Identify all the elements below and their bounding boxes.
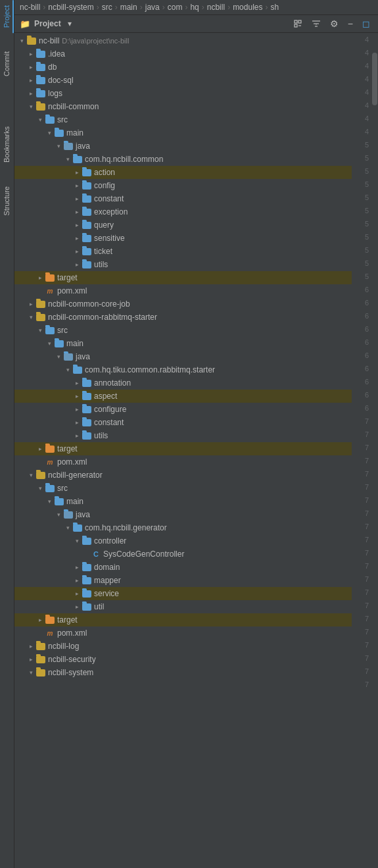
tree-arrow[interactable] — [63, 523, 72, 532]
tree-arrow[interactable] — [54, 141, 63, 151]
tree-arrow[interactable] — [26, 49, 35, 59]
breadcrumb-item[interactable]: ncbill-system — [48, 3, 93, 12]
scrollbar-track[interactable] — [371, 33, 378, 868]
tree-arrow[interactable] — [26, 471, 35, 480]
vtab-structure[interactable]: Structure — [1, 181, 14, 221]
tree-item-service[interactable]: service — [14, 587, 352, 600]
tree-item-ncbill-generator[interactable]: ncbill-generator — [14, 469, 352, 482]
tree-item-mapper[interactable]: mapper — [14, 574, 352, 587]
tree-arrow[interactable] — [17, 36, 26, 45]
tree-arrow[interactable] — [72, 181, 82, 190]
tree-arrow[interactable] — [72, 536, 82, 546]
tree-arrow[interactable] — [26, 63, 35, 72]
breadcrumb-item[interactable]: sh — [270, 3, 279, 12]
tree-arrow[interactable] — [72, 234, 82, 243]
tree-item-ncbill-common-rabbitmq-starter[interactable]: ncbill-common-rabbitmq-starter — [14, 311, 352, 324]
breadcrumb-item[interactable]: nc-bill — [20, 3, 40, 12]
tree-arrow[interactable] — [26, 89, 35, 98]
tree-item-query[interactable]: query — [14, 218, 352, 232]
breadcrumb-item[interactable]: com — [168, 3, 183, 12]
tree-item-doc-sql[interactable]: doc-sql — [14, 74, 352, 87]
vtab-bookmarks[interactable]: Bookmarks — [1, 121, 14, 168]
tree-item-utils-2[interactable]: utils — [14, 429, 352, 442]
tree-item-domain[interactable]: domain — [14, 561, 352, 574]
tree-item-controller[interactable]: controller — [14, 534, 352, 548]
tree-item-pom-2[interactable]: m pom.xml — [14, 455, 352, 469]
tree-arrow[interactable] — [72, 260, 82, 269]
tree-arrow[interactable] — [35, 115, 45, 124]
tree-arrow[interactable] — [72, 563, 82, 572]
tree-item-action[interactable]: action — [14, 166, 352, 179]
tree-item-main-3[interactable]: main — [14, 495, 352, 508]
tree-item-java-1[interactable]: java — [14, 140, 352, 153]
tree-item-java-2[interactable]: java — [14, 350, 352, 363]
tree-item-com-hq-ncbill-generator[interactable]: com.hq.ncbill.generator — [14, 521, 352, 534]
settings-button[interactable]: ⚙ — [327, 17, 341, 30]
tree-arrow[interactable] — [45, 497, 54, 506]
tree-item-exception[interactable]: exception — [14, 205, 352, 218]
tree-item-nc-bill[interactable]: nc-bill D:\java\project\nc-bill — [14, 34, 352, 47]
tree-item-java-3[interactable]: java — [14, 508, 352, 521]
breadcrumb-item[interactable]: src — [102, 3, 112, 12]
tree-arrow[interactable] — [26, 642, 35, 651]
tree-arrow[interactable] — [35, 273, 45, 282]
tree-arrow[interactable] — [26, 655, 35, 664]
tree-arrow[interactable] — [26, 668, 35, 677]
tree-item-pom-1[interactable]: m pom.xml — [14, 284, 352, 297]
tree-arrow[interactable] — [45, 128, 54, 138]
expand-button[interactable]: ◻ — [360, 17, 373, 30]
tree-arrow[interactable] — [26, 76, 35, 85]
tree-item-logs[interactable]: logs — [14, 87, 352, 100]
tree-item-db[interactable]: db — [14, 61, 352, 74]
tree-item-constant-2[interactable]: constant — [14, 416, 352, 429]
tree-arrow[interactable] — [63, 365, 72, 374]
tree-arrow[interactable] — [72, 378, 82, 388]
tree-arrow[interactable] — [72, 220, 82, 230]
minimize-button[interactable]: − — [345, 17, 356, 30]
tree-arrow[interactable] — [63, 155, 72, 164]
tree-item-annotation[interactable]: annotation — [14, 376, 352, 390]
tree-arrow[interactable] — [54, 510, 63, 519]
tree-arrow[interactable] — [72, 589, 82, 598]
tree-item-idea[interactable]: .idea — [14, 47, 352, 61]
tree-item-ncbill-common-core-job[interactable]: ncbill-common-core-job — [14, 297, 352, 311]
vtab-project[interactable]: Project — [1, 0, 14, 33]
tree-arrow[interactable] — [72, 431, 82, 440]
breadcrumb-item[interactable]: ncbill — [207, 3, 225, 12]
scrollbar-thumb[interactable] — [372, 53, 377, 105]
tree-arrow[interactable] — [35, 326, 45, 335]
tree-item-ticket[interactable]: ticket — [14, 245, 352, 258]
tree-arrow[interactable] — [72, 405, 82, 414]
tree-item-ncbill-common[interactable]: ncbill-common — [14, 100, 352, 113]
tree-arrow[interactable] — [72, 602, 82, 611]
tree-arrow[interactable] — [26, 102, 35, 111]
breadcrumb-item[interactable]: hq — [190, 3, 199, 12]
tree-arrow[interactable] — [26, 313, 35, 322]
tree-item-sys-code-gen-controller[interactable]: C SysCodeGenController — [14, 548, 352, 561]
tree-item-configure[interactable]: configure — [14, 403, 352, 416]
collapse-all-button[interactable] — [291, 18, 305, 30]
tree-arrow[interactable] — [72, 392, 82, 401]
tree-arrow[interactable] — [72, 207, 82, 217]
tree-arrow[interactable] — [72, 576, 82, 585]
tree-arrow[interactable] — [54, 352, 63, 361]
filter-button[interactable] — [309, 18, 323, 30]
tree-arrow[interactable] — [72, 194, 82, 203]
tree-item-main-2[interactable]: main — [14, 337, 352, 350]
breadcrumb-item[interactable]: main — [120, 3, 137, 12]
tree-item-sensitive[interactable]: sensitive — [14, 232, 352, 245]
tree-item-src-1[interactable]: src — [14, 113, 352, 126]
tree-item-aspect[interactable]: aspect — [14, 390, 352, 403]
tree-arrow[interactable] — [26, 299, 35, 309]
tree-item-pom-3[interactable]: m pom.xml — [14, 626, 352, 640]
tree-arrow[interactable] — [72, 168, 82, 177]
tree-arrow[interactable] — [72, 247, 82, 256]
tree-item-com-hq-ncbill-common[interactable]: com.hq.ncbill.common — [14, 153, 352, 166]
breadcrumb-item[interactable]: java — [145, 3, 160, 12]
project-dropdown-button[interactable]: ▾ — [65, 18, 74, 30]
tree-item-util[interactable]: util — [14, 600, 352, 613]
tree-arrow[interactable] — [35, 615, 45, 625]
tree-arrow[interactable] — [72, 418, 82, 427]
tree-item-ncbill-system[interactable]: ncbill-system — [14, 666, 352, 679]
tree-arrow[interactable] — [35, 484, 45, 493]
